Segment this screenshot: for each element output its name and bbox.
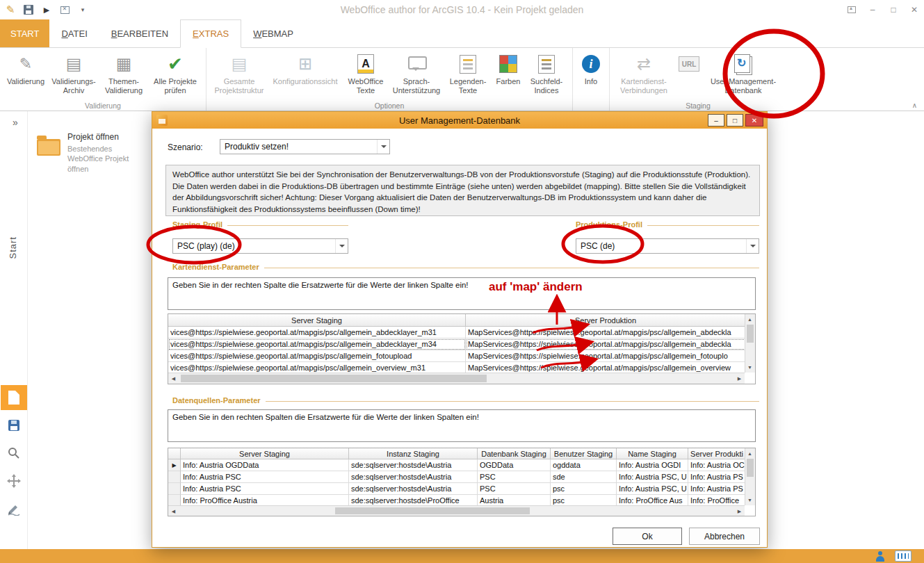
open-project-subtitle[interactable]: Bestehendes WebOffice Projekt öffnen bbox=[67, 144, 149, 174]
signature-icon[interactable] bbox=[1, 496, 27, 521]
column-header[interactable]: Server Produkti bbox=[688, 448, 745, 459]
dialog-titlebar[interactable]: User Management-Datenbank – □ ✕ bbox=[152, 112, 767, 129]
column-header[interactable]: Server Staging bbox=[181, 448, 349, 459]
scroll-up-icon[interactable]: ▲ bbox=[745, 448, 755, 459]
project-file-icon[interactable] bbox=[1, 385, 27, 410]
scroll-up-icon[interactable]: ▲ bbox=[745, 314, 755, 325]
row-indicator-icon[interactable] bbox=[168, 459, 181, 471]
column-header[interactable]: Benutzer Staging bbox=[551, 448, 617, 459]
combo-dropdown-icon[interactable] bbox=[746, 239, 759, 253]
scroll-down-icon[interactable]: ▼ bbox=[745, 362, 755, 373]
scroll-right-icon[interactable]: ▶ bbox=[734, 506, 745, 516]
scrollbar-thumb[interactable] bbox=[747, 325, 754, 343]
vertical-scrollbar[interactable]: ▲ ▼ bbox=[745, 448, 755, 505]
table-cell[interactable]: Info: Austria OGDI bbox=[617, 459, 688, 471]
horizontal-scrollbar[interactable]: ◀ ▶ bbox=[168, 505, 745, 516]
table-cell[interactable]: PSC bbox=[478, 483, 551, 495]
search-icon[interactable] bbox=[1, 441, 27, 466]
vertical-scrollbar[interactable]: ▲ ▼ bbox=[745, 314, 755, 373]
scroll-right-icon[interactable]: ▶ bbox=[734, 373, 745, 384]
table-cell[interactable]: Info: Austria PSC bbox=[181, 483, 349, 495]
table-cell[interactable]: ogddata bbox=[551, 459, 617, 471]
ribbon-button-konfigurationssicht[interactable]: Konfigurationssicht bbox=[268, 50, 342, 86]
close-icon[interactable]: ✕ bbox=[910, 5, 918, 15]
table-cell[interactable]: vices@https://spielwiese.geoportal.at/ma… bbox=[168, 327, 466, 338]
ribbon-button-info[interactable]: Info bbox=[576, 50, 606, 86]
table-cell[interactable]: Info: Austria OGDData bbox=[181, 459, 349, 471]
scroll-left-icon[interactable]: ◀ bbox=[168, 373, 179, 384]
combo-dropdown-icon[interactable] bbox=[377, 140, 389, 154]
tab-extras[interactable]: EXTRAS bbox=[180, 19, 241, 48]
dialog-close-icon[interactable]: ✕ bbox=[745, 114, 763, 127]
table-cell[interactable]: MapServices@https://spielwiese.geoportal… bbox=[466, 338, 745, 350]
scrollbar-thumb[interactable] bbox=[335, 507, 530, 514]
combo-dropdown-icon[interactable] bbox=[335, 239, 348, 253]
ribbon-button-weboffice-texte[interactable]: WebOffice Texte bbox=[342, 50, 389, 95]
ribbon-button-user-management-datenbank[interactable]: User Management-Datenbank bbox=[704, 50, 783, 95]
table-header-row: Server Staging Server Produktion bbox=[168, 314, 745, 327]
table-cell[interactable]: Info: Austria PS bbox=[688, 483, 745, 495]
column-header[interactable]: Server Produktion bbox=[466, 314, 745, 327]
row-selector[interactable] bbox=[168, 471, 181, 483]
tab-bearbeiten[interactable]: BEARBEITEN bbox=[99, 19, 180, 47]
staging-profile-combo[interactable]: PSC (play) (de) bbox=[172, 238, 348, 254]
scroll-down-icon[interactable]: ▼ bbox=[745, 495, 755, 505]
ribbon-button-gesamte-projektstruktur[interactable]: Gesamte Projektstruktur bbox=[210, 50, 268, 95]
table-cell[interactable]: sde:sqlserver:hostsde\Austria bbox=[349, 459, 478, 471]
table-cell[interactable]: PSC bbox=[478, 471, 551, 483]
ribbon-button-validierung[interactable]: Validierung bbox=[3, 50, 48, 86]
ribbon-button-themen-validierung[interactable]: Themen-Validierung bbox=[99, 50, 148, 95]
table-cell[interactable]: Info: Austria PSC, U bbox=[617, 483, 688, 495]
row-selector[interactable] bbox=[168, 483, 181, 495]
szenario-combo[interactable]: Produktiv setzen! bbox=[220, 139, 390, 154]
table-cell[interactable]: MapServices@https://spielwiese.geoportal… bbox=[466, 327, 745, 338]
table-cell[interactable]: Info: Austria PSC, U bbox=[617, 471, 688, 483]
table-cell[interactable]: sde:sqlserver:hostsde\Austria bbox=[349, 483, 478, 495]
dialog-minimize-icon[interactable]: – bbox=[708, 114, 724, 127]
table-cell[interactable]: Info: Austria PS bbox=[688, 471, 745, 483]
keyboard-layout-icon[interactable] bbox=[895, 550, 911, 562]
user-icon[interactable] bbox=[875, 551, 885, 562]
ribbon-button-sprach-unterstuetzung[interactable]: Sprach-Unterstützung bbox=[389, 50, 444, 95]
table-cell[interactable]: vices@https://spielwiese.geoportal.at/ma… bbox=[168, 350, 466, 362]
maximize-icon[interactable]: □ bbox=[889, 5, 898, 15]
table-cell[interactable]: vices@https://spielwiese.geoportal.at/ma… bbox=[168, 338, 466, 350]
ribbon-options-icon[interactable] bbox=[848, 6, 856, 13]
table-cell[interactable]: sde bbox=[551, 471, 617, 483]
table-cell[interactable]: MapServices@https://spielwiese.geoportal… bbox=[466, 350, 745, 362]
scroll-left-icon[interactable]: ◀ bbox=[168, 506, 179, 516]
horizontal-scrollbar[interactable]: ◀ ▶ bbox=[168, 373, 745, 384]
tab-datei[interactable]: DATEI bbox=[49, 19, 99, 47]
dialog-maximize-icon[interactable]: □ bbox=[727, 114, 743, 127]
ribbon-button-kartendienst-verbindungen[interactable]: Kartendienst-Verbindungen bbox=[613, 50, 674, 95]
move-icon[interactable] bbox=[1, 468, 27, 493]
ribbon-button-alle-projekte-pruefen[interactable]: Alle Projekte prüfen bbox=[148, 50, 202, 95]
ok-button[interactable]: Ok bbox=[613, 528, 682, 545]
open-project-title[interactable]: Projekt öffnen bbox=[67, 132, 119, 142]
column-header[interactable]: Name Staging bbox=[617, 448, 688, 459]
table-cell[interactable]: Info: Austria OC bbox=[688, 459, 745, 471]
ribbon-button-url[interactable] bbox=[674, 50, 704, 77]
tab-start[interactable]: START bbox=[0, 19, 49, 47]
column-header[interactable]: Instanz Staging bbox=[349, 448, 478, 459]
scrollbar-thumb[interactable] bbox=[181, 375, 487, 382]
scrollbar-thumb[interactable] bbox=[747, 459, 754, 477]
ribbon-button-suchfeld-indices[interactable]: Suchfeld-Indices bbox=[524, 50, 569, 95]
minimize-icon[interactable]: – bbox=[868, 5, 877, 15]
ribbon-button-validierungs-archiv[interactable]: Validierungs-Archiv bbox=[48, 50, 99, 95]
table-cell[interactable]: sde:sqlserver:hostsde\Austria bbox=[349, 471, 478, 483]
table-cell[interactable]: OGDData bbox=[478, 459, 551, 471]
table-cell[interactable]: Info: Austria PSC bbox=[181, 471, 349, 483]
ribbon-button-legenden-texte[interactable]: Legenden-Texte bbox=[444, 50, 492, 95]
tab-webmap[interactable]: WEBMAP bbox=[241, 19, 305, 47]
column-header[interactable]: Server Staging bbox=[168, 314, 466, 327]
panel-expander-icon[interactable]: » bbox=[13, 117, 18, 128]
save-icon[interactable] bbox=[1, 413, 27, 438]
ribbon-collapse-icon[interactable]: ∧ bbox=[912, 101, 917, 109]
start-tab-vertical-label[interactable]: Start bbox=[8, 236, 18, 259]
column-header[interactable]: Datenbank Staging bbox=[478, 448, 551, 459]
cancel-button[interactable]: Abbrechen bbox=[689, 528, 760, 545]
table-cell[interactable]: psc bbox=[551, 483, 617, 495]
ribbon-button-farben[interactable]: Farben bbox=[492, 50, 524, 86]
produktion-profile-combo[interactable]: PSC (de) bbox=[576, 238, 759, 254]
